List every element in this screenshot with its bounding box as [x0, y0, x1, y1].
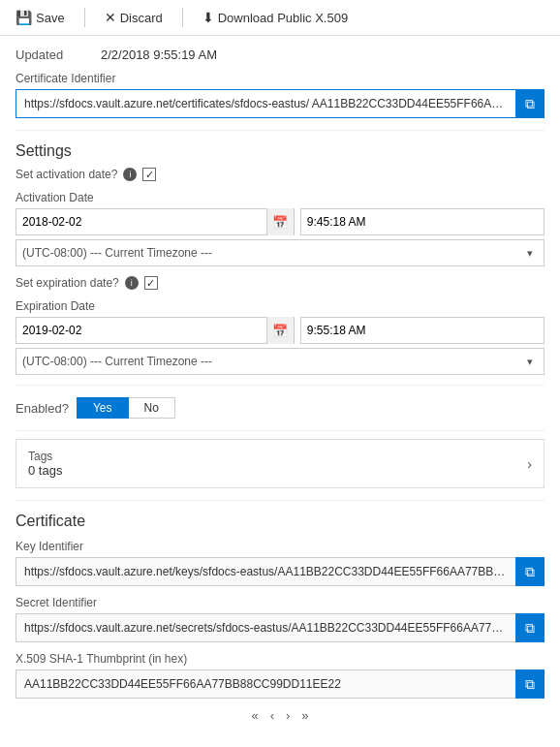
- copy-icon-thumb: ⧉: [525, 676, 535, 693]
- tags-chevron-right-icon: ›: [527, 456, 532, 472]
- enabled-label: Enabled?: [16, 401, 69, 416]
- cert-identifier-row: ⧉: [16, 89, 544, 118]
- toolbar-separator-2: [182, 8, 183, 27]
- enabled-yes-button[interactable]: Yes: [77, 397, 129, 419]
- toolbar: 💾 Save ✕ Discard ⬇ Download Public X.509: [0, 0, 560, 36]
- key-identifier-copy-button[interactable]: ⧉: [515, 557, 544, 586]
- updated-label: Updated: [16, 47, 93, 62]
- secret-identifier-copy-button[interactable]: ⧉: [515, 613, 544, 642]
- settings-title: Settings: [16, 142, 544, 160]
- activation-checkbox-row: Set activation date? i ✓: [16, 168, 544, 181]
- secret-identifier-row: ⧉: [16, 613, 544, 642]
- download-label: Download Public X.509: [218, 11, 348, 25]
- discard-button[interactable]: ✕ Discard: [101, 8, 167, 27]
- expiration-tz-chevron: ▾: [516, 348, 544, 375]
- copy-icon: ⧉: [525, 96, 535, 112]
- toolbar-separator: [84, 8, 85, 27]
- save-label: Save: [36, 11, 65, 25]
- certificate-title: Certificate: [16, 513, 544, 530]
- cert-identifier-group: Certificate Identifier ⧉: [16, 72, 544, 118]
- expiration-time-input[interactable]: [300, 317, 544, 344]
- pagination-last-button[interactable]: »: [297, 706, 312, 725]
- divider-4: [16, 500, 544, 501]
- activation-date-label: Activation Date: [16, 191, 544, 204]
- enabled-no-button[interactable]: No: [129, 397, 175, 419]
- activation-cal-icon[interactable]: 📅: [266, 208, 294, 235]
- expiration-checkbox-label: Set expiration date?: [16, 276, 119, 290]
- key-identifier-input[interactable]: [16, 557, 515, 586]
- secret-identifier-label: Secret Identifier: [16, 596, 544, 609]
- pagination-row: « ‹ › »: [16, 699, 544, 729]
- divider-2: [16, 385, 544, 386]
- copy-icon-secret: ⧉: [525, 620, 535, 637]
- cert-identifier-input[interactable]: [16, 89, 515, 118]
- expiration-tz-select[interactable]: (UTC-08:00) --- Current Timezone ---: [16, 349, 516, 374]
- activation-tz-wrap: (UTC-08:00) --- Current Timezone --- ▾: [16, 239, 544, 266]
- expiration-cal-icon[interactable]: 📅: [266, 317, 294, 344]
- expiration-checkbox-row: Set expiration date? i ✓: [16, 276, 544, 290]
- key-identifier-label: Key Identifier: [16, 540, 544, 553]
- expiration-info-icon[interactable]: i: [125, 276, 139, 290]
- save-icon: 💾: [16, 10, 32, 25]
- activation-time-input[interactable]: [300, 208, 544, 235]
- pagination-prev-button[interactable]: ‹: [266, 706, 278, 725]
- expiration-date-row: 📅: [16, 317, 544, 344]
- secret-identifier-input[interactable]: [16, 613, 515, 642]
- thumbprint-label: X.509 SHA-1 Thumbprint (in hex): [16, 652, 544, 666]
- key-identifier-row: ⧉: [16, 557, 544, 586]
- meta-row: Updated 2/2/2018 9:55:19 AM: [16, 47, 544, 62]
- thumbprint-input[interactable]: [16, 669, 515, 699]
- activation-checkbox[interactable]: ✓: [142, 168, 156, 181]
- expiration-date-input[interactable]: [16, 318, 266, 343]
- cert-identifier-label: Certificate Identifier: [16, 72, 544, 85]
- divider-1: [16, 130, 544, 131]
- expiration-date-input-wrap: 📅: [16, 317, 295, 344]
- thumbprint-row: ⧉: [16, 669, 544, 699]
- expiration-date-label: Expiration Date: [16, 299, 544, 313]
- tags-section[interactable]: Tags 0 tags ›: [16, 439, 544, 488]
- cert-identifier-copy-button[interactable]: ⧉: [515, 89, 544, 118]
- copy-icon-key: ⧉: [525, 564, 535, 580]
- expiration-tz-wrap: (UTC-08:00) --- Current Timezone --- ▾: [16, 348, 544, 375]
- enabled-toggle-group: Yes No: [77, 397, 175, 419]
- activation-checkbox-label: Set activation date?: [16, 168, 117, 181]
- activation-date-row: 📅: [16, 208, 544, 235]
- expiration-checkbox[interactable]: ✓: [144, 276, 158, 290]
- pagination-next-button[interactable]: ›: [282, 706, 294, 725]
- updated-value: 2/2/2018 9:55:19 AM: [101, 47, 217, 62]
- tags-count: 0 tags: [28, 463, 62, 478]
- thumbprint-copy-button[interactable]: ⧉: [515, 669, 544, 699]
- discard-icon: ✕: [105, 10, 116, 25]
- activation-tz-select[interactable]: (UTC-08:00) --- Current Timezone ---: [16, 240, 516, 265]
- save-button[interactable]: 💾 Save: [12, 8, 69, 27]
- tags-info: Tags 0 tags: [28, 450, 62, 478]
- pagination-first-button[interactable]: «: [247, 706, 262, 725]
- activation-tz-chevron: ▾: [516, 239, 544, 266]
- activation-date-input[interactable]: [16, 209, 266, 234]
- activation-date-input-wrap: 📅: [16, 208, 295, 235]
- main-content: Updated 2/2/2018 9:55:19 AM Certificate …: [0, 36, 560, 740]
- enabled-row: Enabled? Yes No: [16, 397, 544, 419]
- download-button[interactable]: ⬇ Download Public X.509: [199, 8, 352, 27]
- divider-3: [16, 430, 544, 431]
- discard-label: Discard: [120, 11, 163, 25]
- activation-info-icon[interactable]: i: [123, 168, 137, 181]
- download-icon: ⬇: [202, 10, 214, 25]
- tags-title: Tags: [28, 450, 62, 463]
